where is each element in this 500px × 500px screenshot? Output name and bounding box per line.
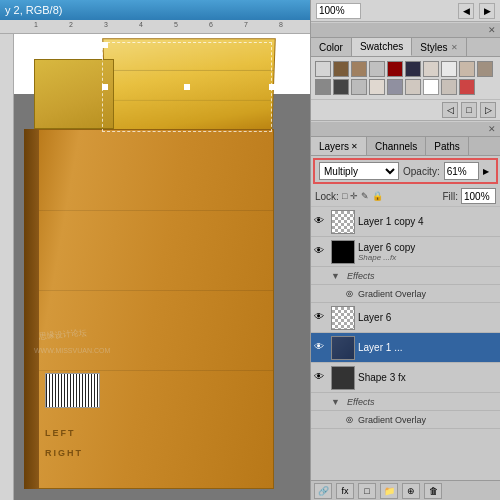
swatch-item[interactable] bbox=[423, 79, 439, 95]
swatches-tabs: Color Swatches Styles ✕ bbox=[311, 38, 500, 57]
layer-row-layer1copy4[interactable]: 👁 Layer 1 copy 4 bbox=[311, 207, 500, 237]
layers-header: ✕ bbox=[311, 121, 500, 137]
swatch-item[interactable] bbox=[405, 79, 421, 95]
ruler-vertical bbox=[0, 34, 14, 500]
fill-input[interactable] bbox=[461, 188, 496, 204]
swatches-footer: ◁ □ ▷ bbox=[311, 99, 500, 120]
swatch-item[interactable] bbox=[459, 79, 475, 95]
swatch-item[interactable] bbox=[441, 61, 457, 77]
link-layers-btn[interactable]: 🔗 bbox=[314, 483, 332, 499]
tab-styles[interactable]: Styles ✕ bbox=[412, 38, 466, 56]
gradient-overlay-row-2: ◎ Gradient Overlay bbox=[311, 411, 500, 429]
tab-paths[interactable]: Paths bbox=[426, 137, 469, 155]
layer-name: Shape 3 fx bbox=[358, 372, 497, 383]
swatch-item[interactable] bbox=[315, 79, 331, 95]
zoom-input[interactable] bbox=[316, 3, 361, 19]
swatch-new-btn[interactable]: ◁ bbox=[442, 102, 458, 118]
lock-icon[interactable]: □ bbox=[342, 191, 347, 201]
tab-layers[interactable]: Layers ✕ bbox=[311, 137, 367, 155]
eye-icon[interactable]: 👁 bbox=[314, 311, 328, 325]
effects-label: Effects bbox=[347, 397, 375, 407]
add-mask-btn[interactable]: □ bbox=[358, 483, 376, 499]
blend-mode-select[interactable]: Multiply Normal Screen Overlay bbox=[319, 162, 399, 180]
eye-icon[interactable]: 👁 bbox=[314, 245, 328, 259]
title-bar: y 2, RGB/8) bbox=[0, 0, 310, 20]
swatch-item[interactable] bbox=[387, 61, 403, 77]
swatch-item[interactable] bbox=[387, 79, 403, 95]
new-group-btn[interactable]: 📁 bbox=[380, 483, 398, 499]
layer-name: Layer 6 bbox=[358, 312, 497, 323]
blend-mode-bar: Multiply Normal Screen Overlay Opacity: … bbox=[313, 158, 498, 184]
swatches-grid bbox=[311, 57, 500, 99]
swatch-item[interactable] bbox=[351, 61, 367, 77]
layers-tab-close[interactable]: ✕ bbox=[351, 142, 358, 151]
swatch-item[interactable] bbox=[351, 79, 367, 95]
gradient-overlay-item: Gradient Overlay bbox=[358, 289, 426, 299]
tab-color[interactable]: Color bbox=[311, 38, 352, 56]
layers-panel: ✕ Layers ✕ Channels Paths Multiply bbox=[311, 121, 500, 500]
eye-icon[interactable]: 👁 bbox=[314, 215, 328, 229]
selection-handle-2 bbox=[102, 84, 108, 90]
effects-row-2: ▼ Effects bbox=[311, 393, 500, 411]
layers-tabs: Layers ✕ Channels Paths bbox=[311, 137, 500, 156]
paint-lock-icon[interactable]: ✎ bbox=[361, 191, 369, 201]
box-main-body: LEFT RIGHT bbox=[34, 129, 274, 489]
title-text: y 2, RGB/8) bbox=[5, 4, 62, 16]
new-layer-btn[interactable]: ⊕ bbox=[402, 483, 420, 499]
zoom-right-btn[interactable]: ▶ bbox=[479, 3, 495, 19]
swatch-item[interactable] bbox=[315, 61, 331, 77]
box-left-side bbox=[24, 129, 39, 489]
tab-swatches[interactable]: Swatches bbox=[352, 38, 412, 56]
effects-row-1: ▼ Effects bbox=[311, 267, 500, 285]
swatch-item[interactable] bbox=[441, 79, 457, 95]
effects-label: Effects bbox=[347, 271, 375, 281]
gradient-overlay-item: Gradient Overlay bbox=[358, 415, 426, 425]
lock-bar: Lock: □ ✛ ✎ 🔒 Fill: bbox=[311, 186, 500, 207]
swatch-item[interactable] bbox=[369, 79, 385, 95]
layer-thumbnail bbox=[331, 366, 355, 390]
box-label-right: RIGHT bbox=[45, 448, 83, 458]
delete-layer-btn[interactable]: 🗑 bbox=[424, 483, 442, 499]
layer-row-shape3[interactable]: 👁 Shape 3 fx bbox=[311, 363, 500, 393]
layers-footer: 🔗 fx □ 📁 ⊕ 🗑 bbox=[311, 480, 500, 500]
swatch-item[interactable] bbox=[459, 61, 475, 77]
swatch-menu-btn[interactable]: ▷ bbox=[480, 102, 496, 118]
layer-thumbnail bbox=[331, 210, 355, 234]
layers-list: 👁 Layer 1 copy 4 👁 Layer 6 copy Shape ..… bbox=[311, 207, 500, 480]
layer-name: Layer 1 copy 4 bbox=[358, 216, 497, 227]
canvas-content: LEFT RIGHT 思缘设计论坛 WWW.MISSVUAN.COM bbox=[14, 34, 310, 500]
selection-handle-3 bbox=[184, 84, 190, 90]
swatch-item[interactable] bbox=[333, 79, 349, 95]
move-lock-icon[interactable]: ✛ bbox=[350, 191, 358, 201]
swatch-item[interactable] bbox=[405, 61, 421, 77]
layer-row-layer6copy[interactable]: 👁 Layer 6 copy Shape ...fx bbox=[311, 237, 500, 267]
ruler-horizontal: 1 2 3 4 5 6 7 8 bbox=[0, 20, 310, 34]
add-style-btn[interactable]: fx bbox=[336, 483, 354, 499]
swatches-close-btn[interactable]: ✕ bbox=[488, 25, 496, 35]
layer-thumbnail bbox=[331, 336, 355, 360]
layer-row-layer1[interactable]: 👁 Layer 1 ... bbox=[311, 333, 500, 363]
swatches-panel: ✕ Color Swatches Styles ✕ bbox=[311, 22, 500, 121]
swatch-item[interactable] bbox=[333, 61, 349, 77]
styles-close[interactable]: ✕ bbox=[451, 43, 458, 52]
swatch-item[interactable] bbox=[423, 61, 439, 77]
tab-channels[interactable]: Channels bbox=[367, 137, 426, 155]
eye-icon[interactable]: 👁 bbox=[314, 371, 328, 385]
layers-close-btn[interactable]: ✕ bbox=[488, 124, 496, 134]
right-panel: ◀ ▶ ✕ Color Swatches Styles ✕ bbox=[310, 0, 500, 500]
gradient-overlay-row-1: ◎ Gradient Overlay bbox=[311, 285, 500, 303]
swatch-item[interactable] bbox=[477, 61, 493, 77]
swatch-del-btn[interactable]: □ bbox=[461, 102, 477, 118]
layer-name: Layer 6 copy bbox=[358, 242, 497, 253]
layer-fx-label: Shape ...fx bbox=[358, 253, 497, 262]
swatch-item[interactable] bbox=[369, 61, 385, 77]
opacity-input[interactable] bbox=[444, 162, 479, 180]
layer-name: Layer 1 ... bbox=[358, 342, 497, 353]
selection-handle-1 bbox=[102, 42, 108, 48]
all-lock-icon[interactable]: 🔒 bbox=[372, 191, 383, 201]
layer-row-layer6[interactable]: 👁 Layer 6 bbox=[311, 303, 500, 333]
opacity-arrow[interactable]: ▶ bbox=[483, 167, 489, 176]
eye-icon[interactable]: 👁 bbox=[314, 341, 328, 355]
zoom-left-btn[interactable]: ◀ bbox=[458, 3, 474, 19]
box-label-left: LEFT bbox=[45, 428, 76, 438]
